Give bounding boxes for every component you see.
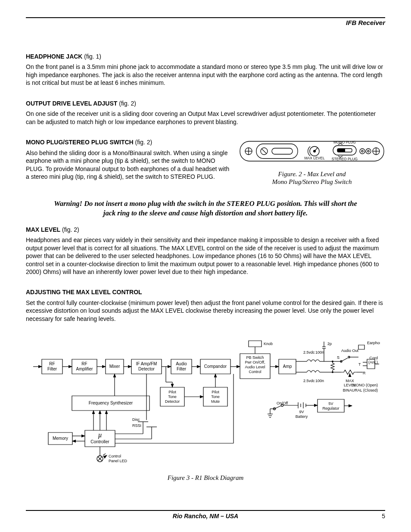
svg-text:RF: RF xyxy=(81,361,87,366)
body-text: Also behind the sliding door is a Mono/B… xyxy=(26,149,230,181)
block-memory: Memory xyxy=(48,432,72,445)
block-ucontroller: µ Controller xyxy=(85,430,115,447)
svg-point-16 xyxy=(367,150,369,152)
body-text: On one side of the receiver unit is a sl… xyxy=(26,110,385,126)
svg-text:Amp: Amp xyxy=(283,364,292,369)
svg-text:Mute: Mute xyxy=(211,399,220,404)
figref: (fig. 2) xyxy=(117,100,136,107)
label-2-5v-a: 2.5vdc xyxy=(303,350,315,355)
label-disc: Disc xyxy=(132,417,140,422)
svg-text:IF Amp/FM: IF Amp/FM xyxy=(136,361,157,366)
svg-text:Controller: Controller xyxy=(90,439,109,444)
fig3-caption: Figure 3 - R1 Block Diagram xyxy=(26,474,385,482)
svg-text:Detector: Detector xyxy=(165,399,180,404)
label-mono-open: MONO (Open) xyxy=(352,383,378,387)
svg-text:Control: Control xyxy=(249,370,261,374)
block-rf-filter: RF Filter xyxy=(42,359,62,374)
body-text: On the front panel is a 3.5mm mini phone… xyxy=(26,63,385,87)
svg-text:RF: RF xyxy=(49,361,55,366)
svg-rect-7 xyxy=(272,148,293,154)
svg-text:Tone: Tone xyxy=(211,395,220,399)
svg-text:Audio Level: Audio Level xyxy=(245,365,265,369)
svg-text:Panel LED: Panel LED xyxy=(109,459,128,463)
svg-text:Tone: Tone xyxy=(168,395,177,399)
block-pb-switch: PB Switch Pwr On/Off, Audio Level Contro… xyxy=(240,354,270,379)
block-pilot-mute: Pilot Tone Mute xyxy=(203,387,227,406)
svg-text:(Ant.): (Ant.) xyxy=(368,360,378,364)
figure-3: RF Filter RF Amplifier Mixer IF Amp/FM D… xyxy=(26,336,385,482)
heading: HEADPHONE JACK xyxy=(26,53,82,60)
label-r: R xyxy=(363,371,366,375)
svg-text:Pwr On/Off,: Pwr On/Off, xyxy=(245,360,265,364)
section-adjusting-max: ADJUSTING THE MAX LEVEL CONTROL Set the … xyxy=(26,289,385,323)
label-t: T xyxy=(358,362,361,367)
label-stereo-plug: STEREO PLUG xyxy=(332,157,358,161)
svg-line-118 xyxy=(274,406,281,409)
doc-header: IFB Receiver xyxy=(26,19,385,27)
block-amp: Amp xyxy=(279,359,296,374)
label-onoff: On/Off xyxy=(277,401,288,405)
svg-text:Amplifier: Amplifier xyxy=(76,367,93,371)
svg-rect-12 xyxy=(337,149,345,152)
svg-text:Filter: Filter xyxy=(177,367,187,371)
block-compandor: Compandor xyxy=(200,359,230,374)
label-max-level: MAX LEVEL xyxy=(304,156,325,160)
figref: (fig. 2) xyxy=(60,226,79,233)
block-audio-filter: Audio Filter xyxy=(171,359,192,374)
warning-text: Warning! Do not insert a mono plug with … xyxy=(50,199,361,218)
section-max-level: MAX LEVEL (fig. 2) Headphones and ear pi… xyxy=(26,226,385,276)
svg-point-14 xyxy=(361,150,363,152)
label-knob: Knob xyxy=(264,342,273,346)
svg-text:µ: µ xyxy=(98,431,102,439)
label-9v: 9V xyxy=(299,410,304,414)
label-cord: Cord xyxy=(369,356,378,360)
label-control-panel: Control xyxy=(109,454,121,458)
svg-point-9 xyxy=(313,150,316,152)
label-audio-out: Audio Out xyxy=(341,348,359,353)
svg-text:Regulator: Regulator xyxy=(322,406,339,411)
fig2-caption-l1: Figure. 2 - Max Level and xyxy=(278,171,346,177)
label-binaural-closed: BINAURAL (Closed) xyxy=(343,388,378,392)
svg-text:Frequency Synthesizer: Frequency Synthesizer xyxy=(89,401,133,405)
heading: MAX LEVEL xyxy=(26,226,60,233)
label-2p: 2p xyxy=(327,342,332,346)
heading: ADJUSTING THE MAX LEVEL CONTROL xyxy=(26,289,142,296)
knob-box xyxy=(249,341,262,347)
block-pilot-detector: Pilot Tone Detector xyxy=(160,387,184,406)
label-100n-a: 100n xyxy=(315,350,324,355)
label-2-5v-b: 2.5vdc xyxy=(303,379,315,383)
svg-point-15 xyxy=(366,149,371,154)
figref: (fig. 1) xyxy=(82,53,101,60)
label-s: S xyxy=(337,355,339,360)
body-text: Set the control fully counter-clockwise … xyxy=(26,299,385,323)
svg-text:Memory: Memory xyxy=(53,436,68,441)
svg-text:Pilot: Pilot xyxy=(168,390,176,394)
footer-location: Rio Rancho, NM – USA xyxy=(43,513,368,520)
label-max-level-pot: MAX xyxy=(346,379,354,383)
svg-text:Audio: Audio xyxy=(176,361,187,366)
svg-text:Compandor: Compandor xyxy=(204,364,227,369)
figref: (fig. 2) xyxy=(134,139,153,146)
block-rf-amp: RF Amplifier xyxy=(72,359,97,374)
label-100n-b: 100n xyxy=(315,379,324,383)
svg-line-60 xyxy=(341,358,348,361)
svg-text:Detector: Detector xyxy=(138,367,155,371)
block-if-detector: IF Amp/FM Detector xyxy=(131,359,162,374)
svg-text:Mixer: Mixer xyxy=(109,364,120,369)
page-number: 5 xyxy=(368,513,385,520)
block-mixer: Mixer xyxy=(106,359,124,374)
heading: OUTPUT DRIVE LEVEL ADJUST xyxy=(26,100,117,107)
heading: MONO PLUG/STEREO PLUG SWITCH xyxy=(26,139,134,146)
label-mono-plug: MONO PLUG xyxy=(333,140,356,144)
block-5v-regulator: 5V Regulator xyxy=(318,399,344,412)
svg-rect-4 xyxy=(256,144,298,159)
body-text: Headphones and ear pieces vary widely in… xyxy=(26,236,385,276)
label-earphone: Earphone xyxy=(367,341,380,345)
svg-rect-71 xyxy=(358,345,364,349)
block-freq-synth: Frequency Synthesizer xyxy=(72,396,149,411)
section-mono-stereo: MONO PLUG/STEREO PLUG SWITCH (fig. 2) Al… xyxy=(26,139,385,186)
svg-point-13 xyxy=(360,149,365,154)
svg-line-6 xyxy=(262,149,267,154)
svg-text:Filter: Filter xyxy=(47,367,57,371)
svg-text:PB Switch: PB Switch xyxy=(246,355,264,360)
